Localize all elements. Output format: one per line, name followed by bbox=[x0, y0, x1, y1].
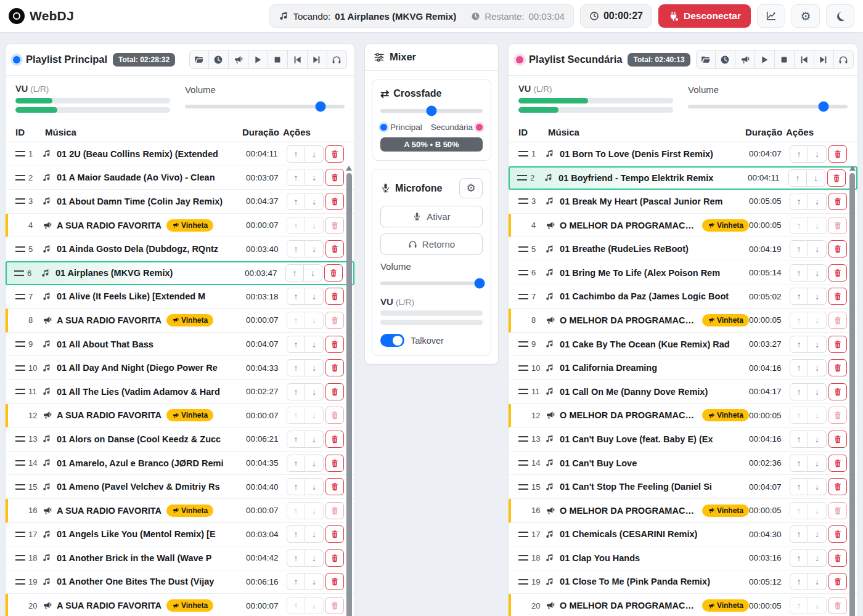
delete-button[interactable] bbox=[828, 525, 847, 543]
move-up-button[interactable]: ↑ bbox=[790, 145, 808, 163]
track-row[interactable]: 10 01 California Dreaming 00:04:16 ↑ ↓ bbox=[509, 356, 857, 380]
crossfade-thumb[interactable] bbox=[427, 106, 437, 116]
delete-button[interactable] bbox=[828, 359, 847, 376]
track-row[interactable]: 16 O MELHOR DA PROGRAMACAOE Vinheta 00:0… bbox=[509, 499, 857, 523]
move-up-button[interactable]: ↑ bbox=[790, 597, 808, 614]
track-row[interactable]: 20 A SUA RADIO FAVORITA Vinheta 00:00:07… bbox=[6, 594, 354, 616]
delete-button[interactable] bbox=[325, 502, 344, 519]
vinheta-button[interactable] bbox=[735, 50, 755, 69]
cue-button[interactable] bbox=[834, 50, 854, 69]
scroll-up-icon[interactable] bbox=[346, 166, 352, 171]
mic-settings-button[interactable]: ⚙ bbox=[459, 178, 483, 198]
delete-button[interactable] bbox=[828, 455, 847, 472]
playlist-scrollbar[interactable] bbox=[849, 166, 856, 616]
move-up-button[interactable]: ↑ bbox=[287, 455, 305, 472]
move-down-button[interactable]: ↓ bbox=[305, 525, 324, 543]
open-folder-button[interactable] bbox=[189, 50, 209, 69]
delete-button[interactable] bbox=[828, 264, 847, 282]
track-row[interactable]: 1 01 2U (Beau Collins Remix) (Extended 0… bbox=[6, 142, 354, 166]
move-down-button[interactable]: ↓ bbox=[808, 312, 827, 329]
drag-handle-icon[interactable] bbox=[15, 198, 25, 204]
delete-button[interactable] bbox=[828, 478, 847, 495]
move-up-button[interactable]: ↑ bbox=[287, 169, 305, 186]
track-row[interactable]: 16 A SUA RADIO FAVORITA Vinheta 00:00:07… bbox=[6, 499, 354, 523]
delete-button[interactable] bbox=[828, 431, 847, 448]
delete-button[interactable] bbox=[325, 145, 344, 163]
move-down-button[interactable]: ↓ bbox=[305, 549, 324, 567]
open-folder-button[interactable] bbox=[696, 50, 716, 69]
track-row[interactable]: 9 01 All About That Bass 00:04:07 ↑ ↓ bbox=[6, 333, 354, 357]
delete-button[interactable] bbox=[325, 169, 344, 186]
drag-handle-icon[interactable] bbox=[15, 579, 25, 585]
track-row[interactable]: 5 01 Ainda Gosto Dela (Dubdogz, RQntz 00… bbox=[6, 237, 354, 261]
delete-button[interactable] bbox=[325, 407, 344, 424]
drag-handle-icon[interactable] bbox=[518, 294, 528, 299]
move-up-button[interactable]: ↑ bbox=[287, 145, 305, 163]
mic-return-button[interactable]: Retorno bbox=[380, 233, 483, 255]
stop-button[interactable] bbox=[268, 50, 288, 69]
move-down-button[interactable]: ↓ bbox=[808, 383, 827, 400]
move-up-button[interactable]: ↑ bbox=[287, 478, 305, 495]
track-row[interactable]: 17 01 Angels Like You (Mentol Remix) [E … bbox=[6, 523, 354, 547]
track-row[interactable]: 8 A SUA RADIO FAVORITA Vinheta 00:00:07 … bbox=[6, 309, 354, 333]
scrollbar-thumb[interactable] bbox=[346, 173, 352, 616]
delete-button[interactable] bbox=[828, 240, 847, 257]
move-down-button[interactable]: ↓ bbox=[305, 336, 324, 353]
scroll-up-icon[interactable] bbox=[849, 166, 856, 171]
scrollbar-thumb[interactable] bbox=[849, 173, 855, 616]
move-down-button[interactable]: ↓ bbox=[305, 193, 324, 210]
delete-button[interactable] bbox=[325, 240, 344, 257]
move-down-button[interactable]: ↓ bbox=[808, 431, 827, 448]
move-up-button[interactable]: ↑ bbox=[790, 478, 808, 495]
move-down-button[interactable]: ↓ bbox=[305, 431, 324, 448]
move-up-button[interactable]: ↑ bbox=[287, 359, 305, 376]
move-down-button[interactable]: ↓ bbox=[305, 169, 324, 186]
volume-slider[interactable] bbox=[185, 105, 345, 108]
move-up-button[interactable]: ↑ bbox=[285, 264, 304, 282]
stop-button[interactable] bbox=[775, 50, 795, 69]
move-down-button[interactable]: ↓ bbox=[808, 525, 827, 543]
delete-button[interactable] bbox=[325, 312, 344, 329]
drag-handle-icon[interactable] bbox=[518, 365, 528, 371]
track-row[interactable]: 7 01 Alive (It Feels Like) [Extended M 0… bbox=[6, 285, 354, 309]
move-down-button[interactable]: ↓ bbox=[808, 502, 827, 519]
drag-handle-icon[interactable] bbox=[15, 389, 25, 394]
move-down-button[interactable]: ↓ bbox=[305, 383, 324, 400]
move-down-button[interactable]: ↓ bbox=[305, 217, 324, 234]
vinheta-button[interactable] bbox=[229, 50, 248, 69]
delete-button[interactable] bbox=[325, 336, 344, 353]
track-row[interactable]: 19 01 Close To Me (Pink Panda Remix) 00:… bbox=[509, 570, 857, 594]
move-down-button[interactable]: ↓ bbox=[808, 407, 827, 424]
move-up-button[interactable]: ↑ bbox=[287, 525, 305, 543]
drag-handle-icon[interactable] bbox=[15, 246, 25, 252]
move-down-button[interactable]: ↓ bbox=[808, 573, 827, 590]
track-row[interactable]: 18 01 Clap You Hands 00:03:16 ↑ ↓ bbox=[509, 546, 857, 570]
mic-activate-button[interactable]: Ativar bbox=[380, 206, 483, 227]
track-row[interactable]: 7 01 Cachimbo da Paz (James Logic Boot 0… bbox=[509, 285, 857, 309]
drag-handle-icon[interactable] bbox=[518, 270, 528, 275]
move-up-button[interactable]: ↑ bbox=[790, 359, 808, 376]
move-up-button[interactable]: ↑ bbox=[790, 193, 808, 210]
move-down-button[interactable]: ↓ bbox=[305, 502, 324, 519]
move-up-button[interactable]: ↑ bbox=[287, 288, 305, 305]
drag-handle-icon[interactable] bbox=[518, 555, 528, 561]
delete-button[interactable] bbox=[827, 169, 846, 187]
move-down-button[interactable]: ↓ bbox=[808, 264, 827, 282]
drag-handle-icon[interactable] bbox=[15, 436, 25, 442]
move-down-button[interactable]: ↓ bbox=[808, 145, 827, 163]
track-row[interactable]: 6 01 Bring Me To Life (Alex Poison Rem 0… bbox=[509, 261, 857, 285]
drag-handle-icon[interactable] bbox=[517, 175, 527, 180]
move-down-button[interactable]: ↓ bbox=[305, 573, 324, 590]
drag-handle-icon[interactable] bbox=[518, 389, 528, 394]
track-row[interactable]: 2 01 A Maior Saudade (Ao Vivo) - Clean 0… bbox=[6, 166, 354, 190]
delete-button[interactable] bbox=[828, 145, 847, 163]
move-up-button[interactable]: ↑ bbox=[790, 573, 808, 590]
move-down-button[interactable]: ↓ bbox=[808, 193, 827, 210]
move-up-button[interactable]: ↑ bbox=[790, 383, 808, 400]
move-down-button[interactable]: ↓ bbox=[807, 169, 825, 187]
mic-volume-slider[interactable] bbox=[380, 282, 483, 285]
track-row[interactable]: 14 01 Can't Buy Love 00:02:36 ↑ ↓ bbox=[509, 452, 857, 476]
delete-button[interactable] bbox=[828, 549, 847, 567]
move-up-button[interactable]: ↑ bbox=[790, 264, 808, 282]
track-row[interactable]: 10 01 All Day And Night (Diego Power Re … bbox=[6, 356, 354, 380]
